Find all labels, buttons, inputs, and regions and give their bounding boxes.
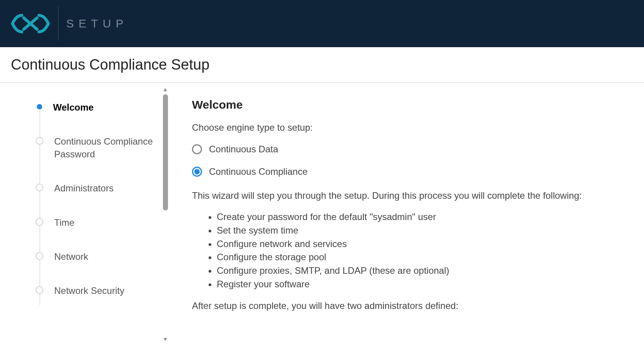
step-label: Network bbox=[54, 251, 88, 263]
logo-icon bbox=[10, 12, 51, 35]
wizard-sidebar: Welcome Continuous Compliance Password A… bbox=[0, 83, 162, 314]
radio-icon bbox=[192, 167, 202, 177]
bullet-item: Register your software bbox=[217, 278, 629, 291]
header-divider bbox=[58, 6, 58, 41]
step-label: Welcome bbox=[53, 101, 94, 114]
bullet-item: Set the system time bbox=[217, 224, 629, 237]
setup-bullets: Create your password for the default "sy… bbox=[217, 210, 629, 291]
sidebar-scrollbar[interactable]: ▲ ▼ bbox=[160, 85, 170, 343]
main-content: Welcome Choose engine type to setup: Con… bbox=[170, 83, 644, 346]
bullet-item: Configure the storage pool bbox=[217, 251, 629, 264]
step-label: Continuous Compliance Password bbox=[54, 135, 154, 160]
scroll-thumb[interactable] bbox=[163, 94, 168, 210]
scroll-up-icon[interactable]: ▲ bbox=[163, 85, 168, 94]
after-setup-text: After setup is complete, you will have t… bbox=[192, 299, 629, 313]
step-time[interactable]: Time bbox=[36, 217, 154, 229]
bullet-item: Create your password for the default "sy… bbox=[217, 210, 629, 224]
step-administrators[interactable]: Administrators bbox=[36, 182, 154, 194]
step-welcome[interactable]: Welcome bbox=[36, 101, 154, 114]
app-header: SETUP bbox=[0, 0, 644, 47]
step-label: Time bbox=[54, 217, 74, 229]
content-heading: Welcome bbox=[192, 98, 629, 111]
step-label: Administrators bbox=[54, 182, 113, 194]
wizard-description: This wizard will step you through the se… bbox=[192, 189, 629, 203]
step-label: Network Security bbox=[54, 285, 124, 297]
radio-icon bbox=[192, 144, 202, 154]
step-dot-icon bbox=[36, 252, 43, 260]
radio-continuous-data[interactable]: Continuous Data bbox=[192, 144, 629, 155]
wizard-timeline: Welcome Continuous Compliance Password A… bbox=[36, 101, 154, 297]
step-dot-icon bbox=[36, 137, 43, 145]
bullet-item: Configure proxies, SMTP, and LDAP (these… bbox=[217, 264, 629, 278]
radio-continuous-compliance[interactable]: Continuous Compliance bbox=[192, 166, 629, 177]
step-dot-icon bbox=[36, 218, 43, 226]
radio-label: Continuous Data bbox=[209, 144, 278, 155]
step-dot-icon bbox=[36, 286, 43, 294]
step-password[interactable]: Continuous Compliance Password bbox=[36, 135, 154, 160]
sidebar-container: Welcome Continuous Compliance Password A… bbox=[0, 83, 170, 346]
step-network-security[interactable]: Network Security bbox=[36, 285, 154, 297]
step-dot-icon bbox=[37, 104, 42, 109]
scroll-down-icon[interactable]: ▼ bbox=[163, 335, 168, 343]
step-network[interactable]: Network bbox=[36, 251, 154, 263]
bullet-item: Configure network and services bbox=[217, 237, 629, 251]
engine-type-prompt: Choose engine type to setup: bbox=[192, 122, 629, 133]
content-fade bbox=[170, 334, 644, 346]
page-title: Continuous Compliance Setup bbox=[11, 56, 633, 73]
step-dot-icon bbox=[36, 184, 43, 191]
header-title: SETUP bbox=[66, 17, 128, 30]
app-logo bbox=[3, 0, 57, 47]
page-title-bar: Continuous Compliance Setup bbox=[0, 47, 644, 83]
content-area: Welcome Continuous Compliance Password A… bbox=[0, 83, 644, 346]
radio-label: Continuous Compliance bbox=[209, 166, 308, 177]
